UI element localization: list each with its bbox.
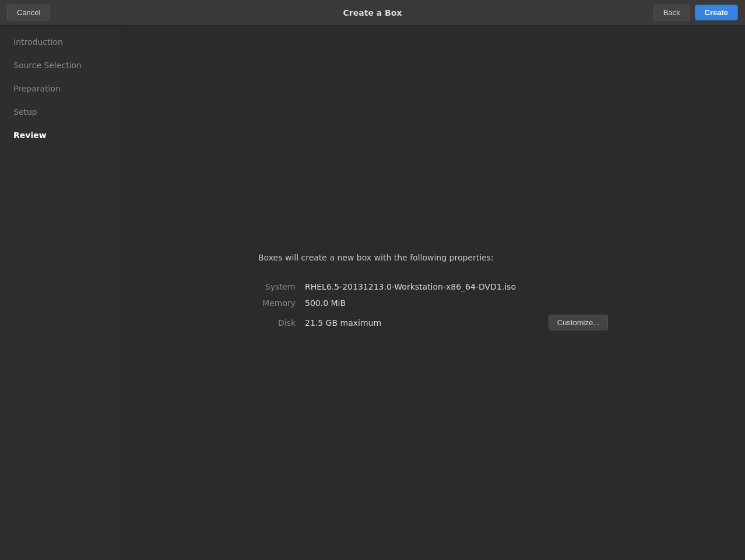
review-intro-text: Boxes will create a new box with the fol… — [258, 253, 608, 262]
memory-label: Memory — [258, 298, 305, 308]
sidebar: Introduction Source Selection Preparatio… — [0, 26, 121, 560]
header: Cancel Create a Box Back Create — [0, 0, 745, 26]
header-title: Create a Box — [343, 8, 402, 17]
customize-button[interactable]: Customize... — [549, 315, 608, 330]
disk-label: Disk — [258, 318, 305, 327]
create-button[interactable]: Create — [695, 5, 738, 20]
cancel-button[interactable]: Cancel — [7, 5, 50, 20]
header-right: Back Create — [653, 5, 738, 20]
system-row: System RHEL6.5-20131213.0-Workstation-x8… — [258, 280, 608, 294]
sidebar-item-setup[interactable]: Setup — [0, 100, 121, 124]
sidebar-item-review[interactable]: Review — [0, 124, 121, 147]
review-table: System RHEL6.5-20131213.0-Workstation-x8… — [258, 280, 608, 333]
disk-row: Disk 21.5 GB maximum Customize... — [258, 312, 608, 333]
sidebar-item-preparation[interactable]: Preparation — [0, 77, 121, 100]
sidebar-item-source-selection[interactable]: Source Selection — [0, 54, 121, 77]
disk-value: 21.5 GB maximum — [305, 318, 549, 327]
header-left: Cancel — [7, 5, 50, 20]
content-area: Boxes will create a new box with the fol… — [121, 26, 745, 560]
memory-row: Memory 500.0 MiB — [258, 296, 608, 310]
main-layout: Introduction Source Selection Preparatio… — [0, 26, 745, 560]
system-label: System — [258, 282, 305, 291]
system-value: RHEL6.5-20131213.0-Workstation-x86_64-DV… — [305, 282, 608, 291]
sidebar-item-introduction[interactable]: Introduction — [0, 30, 121, 54]
back-button[interactable]: Back — [653, 5, 690, 20]
review-box: Boxes will create a new box with the fol… — [258, 253, 608, 333]
memory-value: 500.0 MiB — [305, 298, 608, 308]
